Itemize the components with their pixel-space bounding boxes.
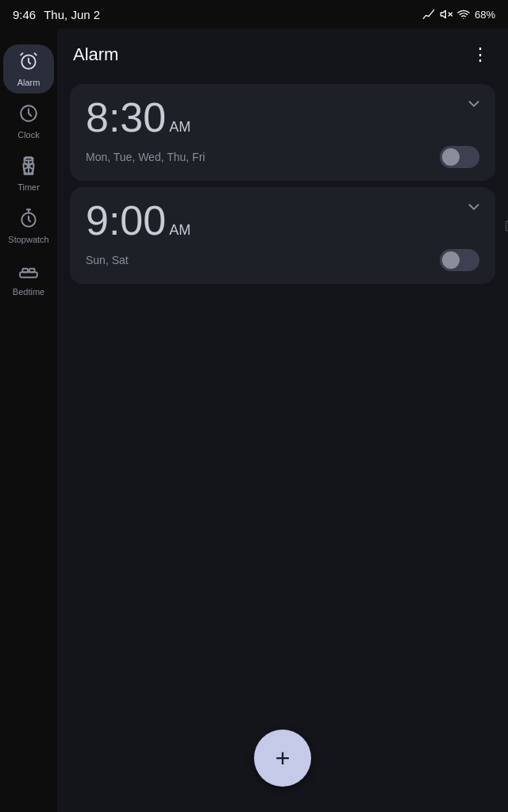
sidebar-timer-label: Timer [17, 182, 40, 192]
svg-rect-13 [20, 272, 37, 278]
more-options-button[interactable]: ⋮ [468, 41, 492, 68]
alarm-2-toggle[interactable] [440, 249, 479, 271]
svg-line-6 [35, 53, 37, 55]
clock-icon [18, 103, 39, 127]
svg-rect-15 [29, 269, 35, 272]
page-title: Alarm [73, 44, 118, 65]
sidebar-alarm-label: Alarm [17, 78, 40, 87]
alarm-expand-1[interactable] [465, 95, 483, 117]
alarm-2-ampm: AM [169, 222, 190, 239]
alarm-1-toggle-knob [442, 148, 460, 166]
main-content: Alarm ⋮ 8:30 AM Mon, Tue, Wed, Thu, Fri [57, 29, 508, 812]
status-bar: 9:46 Thu, Jun 2 68% [0, 0, 508, 29]
sidebar: Alarm Clock Timer [0, 29, 57, 812]
sidebar-item-timer[interactable]: Timer [3, 149, 54, 198]
alarm-1-time-row: 8:30 AM [86, 97, 479, 138]
alarm-2-time: 9:00 [86, 200, 166, 241]
header: Alarm ⋮ [57, 29, 508, 78]
edit-button[interactable] [505, 219, 508, 236]
battery-level: 68% [475, 9, 495, 21]
wifi-icon [457, 8, 470, 21]
svg-point-3 [463, 18, 464, 19]
svg-marker-0 [441, 10, 445, 17]
svg-line-5 [21, 53, 22, 55]
alarm-1-ampm: AM [169, 119, 190, 136]
alarm-icon [18, 51, 39, 75]
alarm-1-toggle[interactable] [440, 146, 479, 168]
bedtime-icon [18, 260, 39, 284]
add-alarm-button[interactable]: + [254, 730, 311, 787]
sidebar-item-stopwatch[interactable]: Stopwatch [3, 201, 54, 251]
signal-icon [422, 8, 435, 21]
alarm-card-2[interactable]: 9:00 AM Sun, Sat [70, 187, 495, 284]
timer-icon [18, 155, 39, 179]
status-date: Thu, Jun 2 [44, 8, 100, 21]
alarm-list: 8:30 AM Mon, Tue, Wed, Thu, Fri 9:00 AM [57, 78, 508, 290]
sidebar-bedtime-label: Bedtime [13, 287, 44, 297]
status-icons: 68% [422, 8, 495, 21]
alarm-expand-2[interactable] [465, 198, 483, 220]
status-time: 9:46 [13, 8, 36, 21]
svg-rect-14 [22, 269, 28, 272]
sidebar-item-alarm[interactable]: Alarm [3, 44, 54, 94]
sidebar-item-clock[interactable]: Clock [3, 97, 54, 146]
sidebar-clock-label: Clock [17, 130, 40, 140]
alarm-1-time: 8:30 [86, 97, 166, 138]
sidebar-stopwatch-label: Stopwatch [8, 235, 48, 244]
alarm-2-bottom: Sun, Sat [86, 249, 479, 271]
alarm-2-days: Sun, Sat [86, 254, 129, 266]
alarm-1-days: Mon, Tue, Wed, Thu, Fri [86, 151, 205, 163]
alarm-1-bottom: Mon, Tue, Wed, Thu, Fri [86, 146, 479, 168]
add-icon: + [275, 745, 291, 771]
alarm-2-toggle-knob [442, 251, 460, 269]
alarm-2-time-row: 9:00 AM [86, 200, 479, 241]
mute-icon [440, 8, 452, 21]
sidebar-item-bedtime[interactable]: Bedtime [3, 254, 54, 303]
stopwatch-icon [18, 208, 39, 232]
alarm-card-1[interactable]: 8:30 AM Mon, Tue, Wed, Thu, Fri [70, 84, 495, 181]
